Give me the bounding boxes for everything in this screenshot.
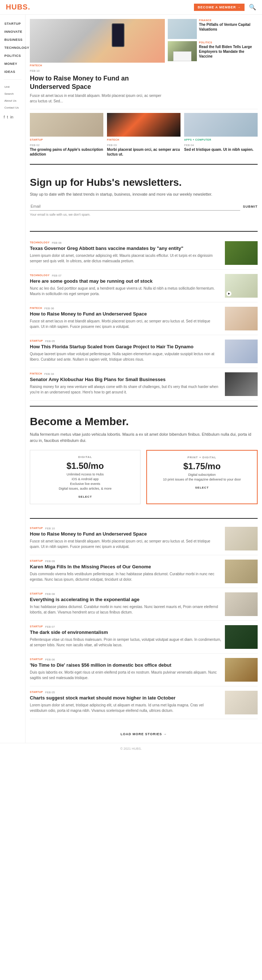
article-cat-1[interactable]: TECHNOLOGY: [30, 274, 49, 277]
hero-side-title-1[interactable]: The Pitfalls of Venture Capital Valuatio…: [199, 22, 258, 32]
more-article-title-0[interactable]: How to Raise Money to Fund an Underserve…: [30, 531, 221, 537]
list-item: FINTECH FEB 06 How to Raise Money to Fun…: [30, 302, 258, 335]
sidebar-item-about[interactable]: About Us: [4, 98, 21, 103]
more-article-image-5: [225, 691, 258, 714]
article-title-1[interactable]: Here are some goods that may be running …: [30, 278, 221, 285]
article-cat-4[interactable]: FINTECH: [30, 372, 42, 375]
list-item: STARTUP FEB 09 Karen Miga Fills In the M…: [30, 555, 258, 588]
col-image-0: [30, 113, 103, 137]
hero-main-title[interactable]: How to Raise Money to Fund an Underserve…: [30, 74, 165, 91]
more-article-image-1: [225, 560, 258, 583]
col-cat-1[interactable]: FINTECH: [107, 138, 181, 141]
more-article-cat-0[interactable]: STARTUP: [30, 527, 43, 529]
facebook-icon[interactable]: f: [4, 115, 5, 119]
list-item: STARTUP FEB 05 Charts suggest stock mark…: [30, 686, 258, 719]
more-article-cat-4[interactable]: STARTUP: [30, 658, 43, 660]
more-article-image-2: [225, 592, 258, 616]
more-article-cat-3[interactable]: STARTUP: [30, 625, 43, 628]
list-item: STARTUP FEB 10 How to Raise Money to Fun…: [30, 522, 258, 555]
hero-side-cat-2[interactable]: POLITICS: [199, 41, 258, 44]
article-image-3: [225, 340, 258, 363]
search-icon[interactable]: 🔍: [249, 4, 256, 11]
list-item: STARTUP FEB 08 Everything is acceleratin…: [30, 588, 258, 621]
col-item-2: APPS + COMPUTER FEB 04 Sed et tristique …: [184, 113, 258, 157]
more-article-title-2[interactable]: Everything is accelerating in the expone…: [30, 597, 221, 603]
article-cat-3[interactable]: STARTUP: [30, 340, 43, 342]
article-meta-2: FINTECH FEB 06: [30, 307, 221, 310]
col-cat-2[interactable]: APPS + COMPUTER: [184, 138, 258, 141]
page-layout: STARTUP INNOVATE BUSINESS TECHNOLOGY POL…: [0, 14, 262, 743]
hero-date: FEB 10: [30, 69, 40, 73]
sidebar-item-contact[interactable]: Contact Us: [4, 105, 21, 110]
more-article-text-3: STARTUP FEB 07 The dark side of environm…: [30, 625, 221, 648]
more-article-excerpt-1: Duis commodo viverra felis vestibulum pe…: [30, 571, 221, 582]
sidebar-item-search[interactable]: Search: [4, 91, 21, 97]
article-excerpt-2: Fusce sit amet lacus in erat blandit ali…: [30, 318, 221, 329]
col-date-2: FEB 04: [184, 143, 194, 147]
pricing-card-digital: DIGITAL $1.50/mo Unlimited Access to Hub…: [30, 450, 140, 504]
article-text-3: STARTUP FEB 05 How This Florida Startup …: [30, 340, 221, 362]
more-article-title-3[interactable]: The dark side of environmentalism: [30, 630, 221, 636]
more-article-cat-5[interactable]: STARTUP: [30, 691, 43, 693]
col-title-0[interactable]: The growing pains of Apple's subscriptio…: [30, 147, 103, 157]
pricing-price-0: $1.50/mo: [35, 461, 135, 471]
newsletter-section: Sign up for Hubs's newsletters. Stay up …: [30, 170, 258, 224]
sidebar-item-technology[interactable]: TECHNOLOGY: [4, 45, 21, 51]
article-title-4[interactable]: Senator Amy Klobuchar Has Big Plans for …: [30, 377, 221, 383]
more-article-cat-1[interactable]: STARTUP: [30, 560, 43, 562]
list-item: STARTUP FEB 07 The dark side of environm…: [30, 621, 258, 654]
more-article-cat-2[interactable]: STARTUP: [30, 592, 43, 595]
pricing-feature-0-3: Digital issues, audio articles, & more: [35, 487, 135, 490]
article-text-0: TECHNOLOGY FEB 08 Texas Governor Greg Ab…: [30, 241, 221, 264]
sidebar-item-money[interactable]: MONEY: [4, 60, 21, 67]
more-article-date-2: FEB 08: [45, 592, 55, 596]
site-logo[interactable]: HUBS.: [6, 3, 30, 11]
more-article-title-4[interactable]: 'No Time to Die' raises $56 million in d…: [30, 662, 221, 668]
sidebar-item-innovate[interactable]: INNOVATE: [4, 29, 21, 35]
article-meta-0: TECHNOLOGY FEB 08: [30, 241, 221, 245]
article-date-2: FEB 06: [44, 307, 54, 310]
col-title-1[interactable]: Morbi placerat ipsum orci, ac semper arc…: [107, 147, 181, 157]
article-date-4: FEB 04: [44, 372, 54, 375]
article-title-3[interactable]: How This Florida Startup Scaled from Gar…: [30, 344, 221, 350]
pricing-feature-0-0: Unlimited Access to Hubs: [35, 473, 135, 476]
twitter-icon[interactable]: t: [7, 115, 8, 119]
article-image-4: [225, 372, 258, 396]
list-item: TECHNOLOGY FEB 07 Here are some goods th…: [30, 270, 258, 302]
load-more-row: LOAD MORE STORIES: [30, 724, 258, 743]
col-title-2[interactable]: Sed et tristique quam. Ut in nibh sapien…: [184, 147, 258, 152]
article-cat-0[interactable]: TECHNOLOGY: [30, 241, 49, 244]
newsletter-submit-button[interactable]: SUBMIT: [243, 205, 258, 208]
sidebar-item-startup[interactable]: STARTUP: [4, 21, 21, 27]
sidebar-item-business[interactable]: BUSINESS: [4, 37, 21, 43]
article-cat-2[interactable]: FINTECH: [30, 307, 42, 309]
more-article-title-5[interactable]: Charts suggest stock market should move …: [30, 695, 221, 701]
col-cat-0[interactable]: STARTUP: [30, 138, 103, 141]
pricing-select-button-1[interactable]: SELECT: [195, 486, 209, 489]
sidebar-item-unit[interactable]: Unit: [4, 84, 21, 90]
instagram-icon[interactable]: in: [10, 115, 13, 119]
hero-side-text-1: FINANCE The Pitfalls of Venture Capital …: [199, 19, 258, 39]
more-article-excerpt-3: Pellentesque vitae ut risus finibus male…: [30, 637, 221, 648]
pricing-select-button-0[interactable]: SELECT: [78, 495, 92, 498]
become-member-section: Become a Member. Nulla fermentum metus v…: [30, 406, 258, 513]
more-article-title-1[interactable]: Karen Miga Fills In the Missing Pieces o…: [30, 564, 221, 570]
hero-category-tag[interactable]: FINTECH: [30, 64, 165, 67]
article-text-1: TECHNOLOGY FEB 07 Here are some goods th…: [30, 274, 221, 297]
article-text-2: FINTECH FEB 06 How to Raise Money to Fun…: [30, 307, 221, 329]
more-article-meta-5: STARTUP FEB 05: [30, 691, 221, 694]
hero-side-title-2[interactable]: Read the full Biden Tells Large Employer…: [199, 45, 258, 59]
more-article-excerpt-5: Lorem ipsum dolor sit amet, tristique ad…: [30, 702, 221, 713]
hero-side-cat-1[interactable]: FINANCE: [199, 19, 258, 21]
load-more-button[interactable]: LOAD MORE STORIES: [121, 732, 167, 736]
play-icon[interactable]: ▶: [226, 291, 232, 296]
article-title-0[interactable]: Texas Governor Greg Abbott bans vaccine …: [30, 245, 221, 252]
sidebar-item-ideas[interactable]: IDEAS: [4, 68, 21, 75]
article-title-2[interactable]: How to Raise Money to Fund an Underserve…: [30, 311, 221, 317]
col-item-1: FINTECH FEB 03 Morbi placerat ipsum orci…: [107, 113, 181, 157]
become-member-button[interactable]: BECOME A MEMBER →: [194, 4, 245, 11]
newsletter-email-input[interactable]: [30, 202, 240, 211]
main-content: FINTECH FEB 10 How to Raise Money to Fun…: [25, 14, 262, 743]
sidebar-item-politics[interactable]: POLITICS: [4, 52, 21, 59]
newsletter-note: Your email is safe with us, we don't spa…: [30, 213, 258, 216]
